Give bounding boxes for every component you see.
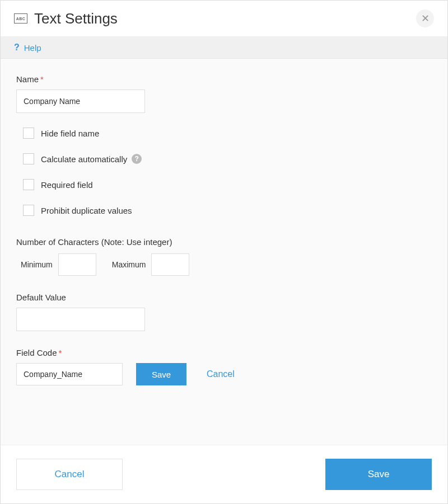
required-asterisk: *	[40, 74, 44, 84]
prohibit-duplicate-label: Prohibit duplicate values	[41, 206, 132, 215]
dialog-header: ABC Text Settings ✕	[1, 1, 447, 37]
field-code-section: Field Code* Save Cancel	[16, 348, 432, 385]
prohibit-duplicate-checkbox[interactable]	[23, 205, 34, 216]
required-asterisk: *	[59, 348, 62, 357]
default-value-input[interactable]	[16, 308, 145, 331]
field-code-save-button[interactable]: Save	[136, 363, 186, 385]
required-field-checkbox[interactable]	[23, 179, 34, 190]
field-code-cancel-button[interactable]: Cancel	[200, 365, 241, 384]
hide-field-name-label: Hide field name	[41, 129, 99, 138]
maximum-label: Maximum	[112, 260, 146, 269]
minimum-input[interactable]	[58, 253, 96, 276]
hide-field-name-row: Hide field name	[23, 128, 432, 139]
text-settings-dialog: ABC Text Settings ✕ ? Help Name* Hide fi…	[0, 0, 448, 504]
dialog-body: Name* Hide field name Calculate automati…	[1, 59, 447, 445]
help-link[interactable]: Help	[24, 43, 41, 53]
min-max-group: Minimum Maximum	[21, 253, 432, 276]
maximum-group: Maximum	[112, 253, 190, 276]
field-code-label-text: Field Code	[16, 348, 57, 357]
help-icon: ?	[14, 43, 20, 53]
calculate-automatically-row: Calculate automatically ?	[23, 153, 432, 164]
cancel-button[interactable]: Cancel	[16, 459, 123, 490]
name-section: Name*	[16, 74, 432, 113]
calculate-automatically-checkbox[interactable]	[23, 153, 34, 164]
field-code-input[interactable]	[16, 363, 123, 385]
field-code-label: Field Code*	[16, 348, 432, 357]
name-input[interactable]	[16, 90, 145, 113]
maximum-input[interactable]	[151, 253, 189, 276]
required-field-label: Required field	[41, 180, 93, 190]
default-value-label: Default Value	[16, 293, 432, 302]
dialog-title: Text Settings	[34, 10, 416, 27]
prohibit-duplicate-row: Prohibit duplicate values	[23, 205, 432, 216]
close-button[interactable]: ✕	[416, 10, 434, 27]
number-of-characters-section: Number of Characters (Note: Use integer)…	[16, 237, 432, 276]
help-bar: ? Help	[1, 37, 447, 59]
hide-field-name-checkbox[interactable]	[23, 128, 34, 139]
info-icon[interactable]: ?	[132, 154, 142, 164]
minimum-group: Minimum	[21, 253, 96, 276]
name-label-text: Name	[16, 74, 39, 84]
close-icon: ✕	[421, 13, 430, 23]
required-field-row: Required field	[23, 179, 432, 190]
save-button[interactable]: Save	[325, 459, 432, 490]
field-code-row: Save Cancel	[16, 363, 432, 385]
dialog-footer: Cancel Save	[1, 445, 447, 503]
name-label: Name*	[16, 74, 432, 84]
calculate-automatically-label: Calculate automatically	[41, 154, 127, 164]
minimum-label: Minimum	[21, 260, 53, 269]
default-value-section: Default Value	[16, 293, 432, 331]
number-of-characters-label: Number of Characters (Note: Use integer)	[16, 237, 432, 247]
text-field-icon: ABC	[14, 13, 27, 23]
